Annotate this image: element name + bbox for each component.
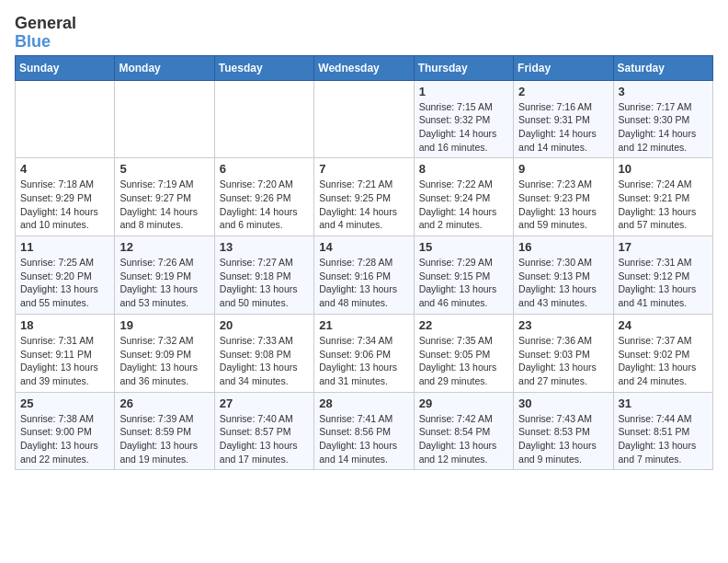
calendar-cell (214, 80, 313, 158)
day-info: Sunrise: 7:16 AMSunset: 9:31 PMDaylight:… (518, 100, 608, 155)
calendar-cell: 31Sunrise: 7:44 AMSunset: 8:51 PMDayligh… (613, 392, 712, 470)
day-number: 26 (119, 396, 209, 410)
logo-text: General Blue (15, 15, 76, 52)
day-info: Sunrise: 7:22 AMSunset: 9:24 PMDaylight:… (419, 178, 508, 232)
day-info: Sunrise: 7:41 AMSunset: 8:56 PMDaylight:… (319, 412, 408, 466)
weekday-header-sunday: Sunday (16, 55, 115, 80)
calendar-cell: 29Sunrise: 7:42 AMSunset: 8:54 PMDayligh… (414, 392, 513, 470)
day-number: 8 (419, 162, 508, 176)
day-number: 14 (319, 240, 408, 254)
calendar-cell: 18Sunrise: 7:31 AMSunset: 9:11 PMDayligh… (16, 314, 115, 392)
calendar-cell: 17Sunrise: 7:31 AMSunset: 9:12 PMDayligh… (613, 236, 712, 315)
calendar-cell: 9Sunrise: 7:23 AMSunset: 9:23 PMDaylight… (514, 158, 613, 236)
day-number: 6 (220, 162, 309, 176)
day-number: 29 (419, 396, 508, 410)
day-info: Sunrise: 7:23 AMSunset: 9:23 PMDaylight:… (518, 178, 608, 232)
day-info: Sunrise: 7:43 AMSunset: 8:53 PMDaylight:… (518, 412, 608, 466)
calendar-cell: 5Sunrise: 7:19 AMSunset: 9:27 PMDaylight… (115, 158, 214, 236)
day-number: 22 (419, 318, 508, 332)
calendar-week-row: 11Sunrise: 7:25 AMSunset: 9:20 PMDayligh… (16, 236, 713, 315)
calendar-cell: 1Sunrise: 7:15 AMSunset: 9:32 PMDaylight… (414, 80, 513, 158)
logo: General Blue General Blue (15, 15, 76, 52)
calendar-cell (16, 80, 115, 158)
day-number: 4 (20, 162, 109, 176)
day-info: Sunrise: 7:31 AMSunset: 9:12 PMDaylight:… (619, 256, 708, 310)
day-number: 2 (518, 85, 608, 98)
day-number: 10 (619, 162, 708, 176)
weekday-header-monday: Monday (115, 55, 214, 80)
calendar-body: 1Sunrise: 7:15 AMSunset: 9:32 PMDaylight… (16, 80, 713, 470)
day-number: 23 (518, 318, 608, 332)
weekday-row: SundayMondayTuesdayWednesdayThursdayFrid… (16, 55, 713, 80)
calendar-cell: 30Sunrise: 7:43 AMSunset: 8:53 PMDayligh… (514, 392, 613, 470)
day-number: 21 (319, 318, 408, 332)
day-info: Sunrise: 7:35 AMSunset: 9:05 PMDaylight:… (419, 334, 508, 388)
day-info: Sunrise: 7:19 AMSunset: 9:27 PMDaylight:… (119, 178, 209, 232)
calendar-cell: 15Sunrise: 7:29 AMSunset: 9:15 PMDayligh… (414, 236, 513, 315)
day-number: 17 (619, 240, 708, 254)
calendar-cell: 10Sunrise: 7:24 AMSunset: 9:21 PMDayligh… (613, 158, 712, 236)
calendar-week-row: 25Sunrise: 7:38 AMSunset: 9:00 PMDayligh… (16, 392, 713, 470)
day-info: Sunrise: 7:20 AMSunset: 9:26 PMDaylight:… (220, 178, 309, 232)
page-header: General Blue General Blue (15, 15, 713, 52)
weekday-header-wednesday: Wednesday (314, 55, 414, 80)
day-info: Sunrise: 7:28 AMSunset: 9:16 PMDaylight:… (319, 256, 408, 310)
calendar-cell (115, 80, 214, 158)
calendar-cell: 11Sunrise: 7:25 AMSunset: 9:20 PMDayligh… (16, 236, 115, 315)
calendar-cell: 27Sunrise: 7:40 AMSunset: 8:57 PMDayligh… (214, 392, 313, 470)
day-info: Sunrise: 7:37 AMSunset: 9:02 PMDaylight:… (619, 334, 708, 388)
day-number: 28 (319, 396, 408, 410)
day-number: 24 (619, 318, 708, 332)
day-info: Sunrise: 7:32 AMSunset: 9:09 PMDaylight:… (119, 334, 209, 388)
weekday-header-tuesday: Tuesday (214, 55, 313, 80)
day-info: Sunrise: 7:17 AMSunset: 9:30 PMDaylight:… (619, 100, 708, 155)
day-number: 13 (220, 240, 309, 254)
day-number: 12 (119, 240, 209, 254)
day-info: Sunrise: 7:27 AMSunset: 9:18 PMDaylight:… (220, 256, 309, 310)
calendar-cell: 6Sunrise: 7:20 AMSunset: 9:26 PMDaylight… (214, 158, 313, 236)
day-number: 5 (119, 162, 209, 176)
day-info: Sunrise: 7:26 AMSunset: 9:19 PMDaylight:… (119, 256, 209, 310)
day-number: 1 (419, 85, 508, 98)
calendar-cell: 20Sunrise: 7:33 AMSunset: 9:08 PMDayligh… (214, 314, 313, 392)
calendar-cell: 28Sunrise: 7:41 AMSunset: 8:56 PMDayligh… (314, 392, 414, 470)
calendar: SundayMondayTuesdayWednesdayThursdayFrid… (15, 55, 713, 471)
calendar-cell: 19Sunrise: 7:32 AMSunset: 9:09 PMDayligh… (115, 314, 214, 392)
day-number: 15 (419, 240, 508, 254)
weekday-header-thursday: Thursday (414, 55, 513, 80)
day-number: 27 (220, 396, 309, 410)
weekday-header-saturday: Saturday (613, 55, 712, 80)
day-info: Sunrise: 7:21 AMSunset: 9:25 PMDaylight:… (319, 178, 408, 232)
calendar-cell: 12Sunrise: 7:26 AMSunset: 9:19 PMDayligh… (115, 236, 214, 315)
calendar-week-row: 4Sunrise: 7:18 AMSunset: 9:29 PMDaylight… (16, 158, 713, 236)
day-number: 31 (619, 396, 708, 410)
day-info: Sunrise: 7:44 AMSunset: 8:51 PMDaylight:… (619, 412, 708, 466)
calendar-cell: 25Sunrise: 7:38 AMSunset: 9:00 PMDayligh… (16, 392, 115, 470)
weekday-header-friday: Friday (514, 55, 613, 80)
day-info: Sunrise: 7:18 AMSunset: 9:29 PMDaylight:… (20, 178, 109, 232)
calendar-cell: 26Sunrise: 7:39 AMSunset: 8:59 PMDayligh… (115, 392, 214, 470)
calendar-cell: 2Sunrise: 7:16 AMSunset: 9:31 PMDaylight… (514, 80, 613, 158)
calendar-cell: 16Sunrise: 7:30 AMSunset: 9:13 PMDayligh… (514, 236, 613, 315)
calendar-week-row: 1Sunrise: 7:15 AMSunset: 9:32 PMDaylight… (16, 80, 713, 158)
day-number: 7 (319, 162, 408, 176)
day-info: Sunrise: 7:31 AMSunset: 9:11 PMDaylight:… (20, 334, 109, 388)
day-info: Sunrise: 7:36 AMSunset: 9:03 PMDaylight:… (518, 334, 608, 388)
calendar-cell: 21Sunrise: 7:34 AMSunset: 9:06 PMDayligh… (314, 314, 414, 392)
calendar-cell (314, 80, 414, 158)
day-info: Sunrise: 7:42 AMSunset: 8:54 PMDaylight:… (419, 412, 508, 466)
day-info: Sunrise: 7:24 AMSunset: 9:21 PMDaylight:… (619, 178, 708, 232)
day-number: 11 (20, 240, 109, 254)
day-info: Sunrise: 7:30 AMSunset: 9:13 PMDaylight:… (518, 256, 608, 310)
day-info: Sunrise: 7:34 AMSunset: 9:06 PMDaylight:… (319, 334, 408, 388)
day-info: Sunrise: 7:33 AMSunset: 9:08 PMDaylight:… (220, 334, 309, 388)
calendar-cell: 4Sunrise: 7:18 AMSunset: 9:29 PMDaylight… (16, 158, 115, 236)
day-number: 9 (518, 162, 608, 176)
day-info: Sunrise: 7:38 AMSunset: 9:00 PMDaylight:… (20, 412, 109, 466)
day-info: Sunrise: 7:29 AMSunset: 9:15 PMDaylight:… (419, 256, 508, 310)
calendar-cell: 7Sunrise: 7:21 AMSunset: 9:25 PMDaylight… (314, 158, 414, 236)
day-number: 19 (119, 318, 209, 332)
calendar-cell: 3Sunrise: 7:17 AMSunset: 9:30 PMDaylight… (613, 80, 712, 158)
calendar-week-row: 18Sunrise: 7:31 AMSunset: 9:11 PMDayligh… (16, 314, 713, 392)
calendar-cell: 13Sunrise: 7:27 AMSunset: 9:18 PMDayligh… (214, 236, 313, 315)
